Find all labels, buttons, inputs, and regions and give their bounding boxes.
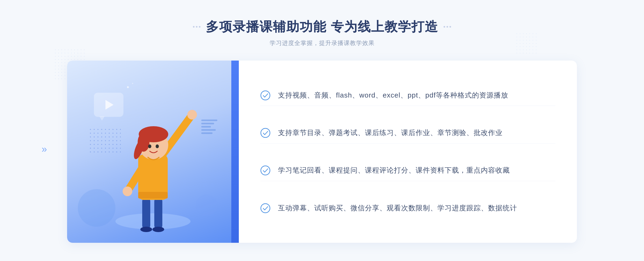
- check-icon-2: [260, 128, 270, 138]
- content-card: ✦ ✦: [67, 61, 577, 243]
- svg-point-17: [261, 91, 270, 100]
- svg-point-15: [148, 144, 151, 148]
- decorator-dots-left: [193, 26, 200, 28]
- chevron-icon-left: »: [42, 144, 47, 155]
- features-panel: 支持视频、音频、flash、word、excel、ppt、pdf等各种格式的资源…: [239, 61, 577, 243]
- svg-rect-2: [154, 197, 162, 229]
- feature-text-2: 支持章节目录、弹题考试、课后练习、课后作业、章节测验、批改作业: [278, 127, 503, 139]
- decorator-dots-right: [444, 26, 451, 28]
- feature-item-4: 互动弹幕、试听购买、微信分享、观看次数限制、学习进度跟踪、数据统计: [260, 198, 555, 219]
- svg-point-10: [187, 110, 197, 120]
- sparkle-icon-1: ✦: [126, 85, 130, 90]
- blue-bar: [231, 61, 239, 243]
- header-decorators: 多项录播课辅助功能 专为线上教学打造: [193, 18, 451, 35]
- feature-text-4: 互动弹幕、试听购买、微信分享、观看次数限制、学习进度跟踪、数据统计: [278, 203, 517, 214]
- decorative-dots-right: [515, 32, 537, 54]
- check-icon-1: [260, 90, 270, 100]
- deco-circle-2: [196, 195, 217, 216]
- page-wrapper: » 多项录播课辅助功能 专为线上教学打造 学习进度全掌握，提升录播课教学效果: [0, 0, 644, 261]
- svg-point-9: [123, 187, 132, 196]
- feature-item-2: 支持章节目录、弹题考试、课后练习、课后作业、章节测验、批改作业: [260, 122, 555, 144]
- svg-rect-6: [138, 192, 168, 199]
- svg-point-0: [115, 213, 191, 229]
- page-title: 多项录播课辅助功能 专为线上教学打造: [206, 18, 438, 35]
- svg-point-19: [261, 166, 270, 175]
- svg-point-4: [152, 227, 164, 232]
- sparkle-icon-2: ✦: [131, 82, 134, 85]
- svg-point-3: [140, 227, 152, 232]
- svg-point-18: [261, 128, 270, 137]
- feature-item-3: 学习笔记回看、课程提问、课程评论打分、课件资料下载，重点内容收藏: [260, 160, 555, 181]
- deco-stripes: [201, 120, 217, 141]
- feature-text-3: 学习笔记回看、课程提问、课程评论打分、课件资料下载，重点内容收藏: [278, 165, 510, 176]
- check-icon-3: [260, 165, 270, 176]
- check-icon-4: [260, 203, 270, 213]
- feature-item-1: 支持视频、音频、flash、word、excel、ppt、pdf等各种格式的资源…: [260, 85, 555, 106]
- header-section: 多项录播课辅助功能 专为线上教学打造 学习进度全掌握，提升录播课教学效果: [193, 18, 451, 47]
- svg-point-16: [156, 144, 159, 148]
- figure-illustration: [107, 93, 199, 243]
- illustration-panel: ✦ ✦: [67, 61, 239, 243]
- svg-rect-1: [142, 197, 150, 229]
- svg-point-20: [261, 204, 270, 213]
- feature-text-1: 支持视频、音频、flash、word、excel、ppt、pdf等各种格式的资源…: [278, 90, 508, 101]
- page-subtitle: 学习进度全掌握，提升录播课教学效果: [193, 39, 451, 47]
